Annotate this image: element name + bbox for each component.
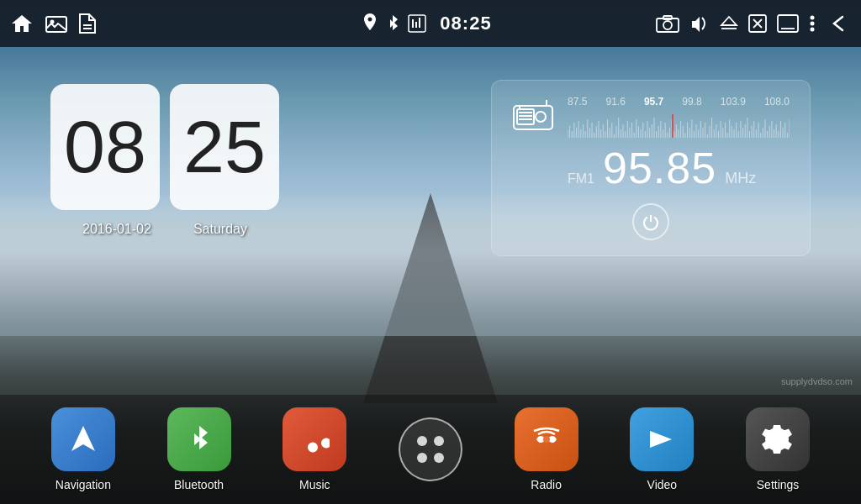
- radio-main-display: FM1 95.85 MHz: [568, 143, 790, 193]
- svg-point-130: [543, 436, 550, 443]
- radio-unit: MHz: [725, 170, 756, 187]
- eject-icon[interactable]: [720, 14, 738, 33]
- watermark: supplydvdso.com: [781, 376, 853, 386]
- status-bar-center: [362, 13, 426, 34]
- radio-app-icon: [515, 407, 578, 471]
- dot-3: [417, 453, 427, 463]
- volume-icon[interactable]: [689, 14, 710, 33]
- radio-frequency: 95.85: [603, 143, 716, 193]
- settings-label: Settings: [757, 478, 800, 491]
- app-item-video[interactable]: Video: [630, 407, 694, 491]
- dot-2: [434, 436, 444, 446]
- video-icon: [630, 407, 694, 471]
- dot-4: [434, 453, 444, 463]
- svg-point-17: [811, 16, 815, 20]
- location-icon: [362, 13, 378, 34]
- minimize-icon[interactable]: [777, 14, 799, 33]
- back-icon[interactable]: [826, 13, 851, 34]
- radio-header: 87.5 91.6 95.7 99.8 103.9 108.0: [512, 96, 790, 193]
- navigation-label: Navigation: [55, 478, 111, 491]
- clock-hours: 08: [50, 84, 160, 210]
- freq-label-6: 108.0: [764, 96, 790, 108]
- app-dock: Navigation Bluetooth Music: [0, 395, 861, 504]
- freq-scale-labels: 87.5 91.6 95.7 99.8 103.9 108.0: [568, 96, 790, 108]
- dot-1: [417, 436, 427, 446]
- clock-date: 2016-01-02: [82, 222, 151, 237]
- app-item-home-grid[interactable]: [399, 417, 462, 481]
- freq-label-5: 103.9: [721, 96, 746, 108]
- dots-grid: [417, 436, 444, 463]
- freq-label-4: 99.8: [682, 96, 701, 108]
- freq-label-2: 91.6: [605, 96, 625, 108]
- radio-widget: 87.5 91.6 95.7 99.8 103.9 108.0: [491, 80, 811, 256]
- music-icon: [283, 407, 346, 471]
- status-bar-left: [10, 13, 356, 34]
- signal-icon: [408, 14, 426, 33]
- clock-widget: 08 25 2016-01-02 Saturday: [50, 84, 279, 237]
- app-item-settings[interactable]: Settings: [746, 407, 810, 491]
- all-apps-button[interactable]: [399, 417, 462, 481]
- app-item-bluetooth[interactable]: Bluetooth: [167, 407, 231, 491]
- sd-card-icon[interactable]: [79, 13, 96, 34]
- bluetooth-status-icon: [386, 13, 399, 34]
- tuner-visualization: [568, 114, 790, 138]
- svg-point-22: [536, 112, 546, 122]
- clock-date-row: 2016-01-02 Saturday: [82, 222, 247, 237]
- video-label: Video: [647, 478, 678, 491]
- app-item-radio[interactable]: Radio: [515, 407, 578, 491]
- svg-point-19: [811, 28, 815, 32]
- home-icon[interactable]: [10, 13, 34, 34]
- radio-device-icon: [512, 99, 554, 133]
- status-time: 08:25: [440, 13, 491, 34]
- settings-icon: [746, 407, 810, 471]
- bluetooth-app-icon: [167, 407, 231, 471]
- freq-label-3: 95.7: [644, 96, 663, 108]
- svg-rect-15: [778, 15, 798, 32]
- music-label: Music: [299, 478, 330, 491]
- radio-freq-area: 87.5 91.6 95.7 99.8 103.9 108.0: [568, 96, 790, 193]
- gallery-icon[interactable]: [45, 14, 67, 33]
- radio-power-area: [512, 203, 790, 240]
- app-item-music[interactable]: Music: [283, 407, 346, 491]
- freq-label-1: 87.5: [568, 96, 587, 108]
- clock-minutes: 25: [170, 84, 279, 210]
- radio-label: Radio: [531, 478, 562, 491]
- radio-power-button[interactable]: [632, 203, 669, 240]
- clock-digits: 08 25: [50, 84, 279, 210]
- bluetooth-label: Bluetooth: [174, 478, 224, 491]
- svg-point-18: [811, 22, 815, 26]
- radio-band: FM1: [568, 171, 594, 186]
- status-bar-right: [505, 13, 851, 34]
- app-item-navigation[interactable]: Navigation: [51, 407, 115, 491]
- svg-rect-10: [663, 16, 672, 19]
- close-icon[interactable]: [748, 14, 767, 33]
- navigation-icon: [51, 407, 115, 471]
- menu-icon[interactable]: [809, 13, 816, 34]
- status-bar: 08:25: [0, 0, 861, 47]
- clock-day: Saturday: [193, 222, 247, 237]
- svg-point-9: [663, 21, 672, 29]
- camera-icon[interactable]: [656, 14, 679, 33]
